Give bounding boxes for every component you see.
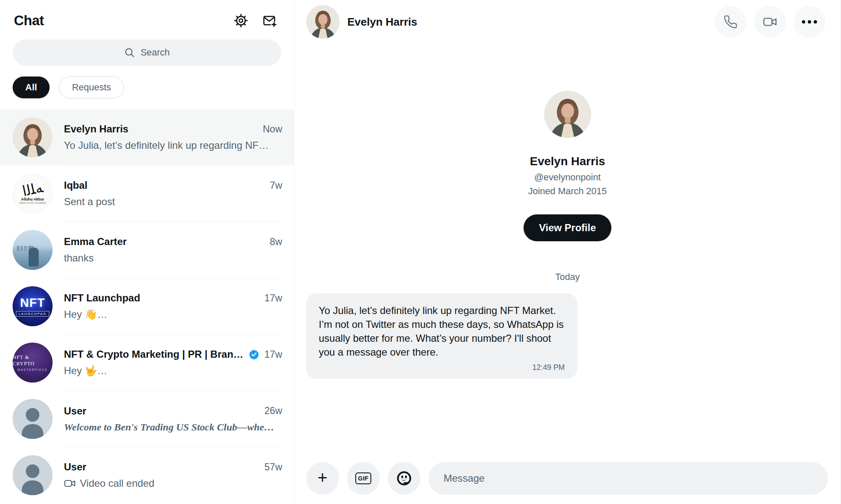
conversation-title[interactable]: Evelyn Harris xyxy=(347,16,417,29)
message-bubble: Yo Julia, let’s definitely link up regar… xyxy=(306,293,577,379)
conversation-row-evelyn-harris[interactable]: Evelyn Harris Now Yo Julia, let’s defini… xyxy=(0,109,294,165)
profile-joined: Joined March 2015 xyxy=(528,186,607,197)
conversation-preview: Sent a post xyxy=(64,196,282,208)
conversation-row-body: NFT Launchpad 17w Hey 👋… xyxy=(64,292,282,320)
plus-icon: + xyxy=(317,469,327,486)
verified-badge-icon xyxy=(249,349,259,360)
conversation-row-body: User 26w Welcome to Ben's Trading US Sto… xyxy=(64,405,282,433)
avatar-text: NFT xyxy=(20,296,45,310)
date-separator: Today xyxy=(294,272,841,282)
conversation-row-user-group[interactable]: User 26w Welcome to Ben's Trading US Sto… xyxy=(0,391,294,447)
avatar-subtext: MASTERPIECE xyxy=(17,368,48,371)
avatar xyxy=(13,230,53,270)
conversation-preview: Welcome to Ben's Trading US Stock Club—w… xyxy=(64,422,282,433)
conversation-preview: Video call ended xyxy=(64,478,282,489)
message-composer: + GIF xyxy=(294,462,841,504)
conversation-name: Evelyn Harris xyxy=(64,123,128,135)
conversation-preview: thanks xyxy=(64,252,282,264)
conversation-actions xyxy=(714,6,825,38)
message-text: Yo Julia, let’s definitely link up regar… xyxy=(319,303,565,359)
conversation-preview: Hey 🤟… xyxy=(64,365,282,377)
envelope-plus-icon xyxy=(262,13,277,28)
sidebar-header-icons xyxy=(233,13,277,28)
gear-icon xyxy=(234,13,248,28)
conversation-time: 17w xyxy=(264,349,282,360)
sidebar-header: Chat xyxy=(0,0,294,31)
message-timestamp: 12:49 PM xyxy=(319,363,565,372)
avatar[interactable] xyxy=(306,5,340,39)
phone-icon xyxy=(723,15,738,29)
avatar: NFT LAUNCHPAD xyxy=(13,286,53,326)
conversation-time: 17w xyxy=(264,293,282,304)
conversation-row-user-video[interactable]: User 57w Video call ended xyxy=(0,447,294,503)
conversation-row-nft-crypto-marketing[interactable]: NFT & CRYPTO MASTERPIECE NFT & Crypto Ma… xyxy=(0,335,294,391)
conversation-row-body: Iqbal 7w Sent a post xyxy=(64,179,282,208)
chat-sidebar: Chat xyxy=(0,0,294,504)
voice-call-button[interactable] xyxy=(714,6,746,38)
conversation-row-emma-carter[interactable]: Emma Carter 8w thanks xyxy=(0,222,294,278)
profile-handle: @evelynonpoint xyxy=(534,172,600,183)
more-options-button[interactable] xyxy=(793,6,825,38)
filter-all-label: All xyxy=(25,82,37,93)
settings-button[interactable] xyxy=(233,13,249,28)
avatar xyxy=(13,399,53,439)
conversation-time: 7w xyxy=(270,180,282,191)
video-camera-icon xyxy=(64,478,76,489)
conversation-name: Iqbal xyxy=(64,179,87,191)
avatar: NFT & CRYPTO MASTERPIECE xyxy=(13,343,53,383)
avatar: ﻪﻠﻟﺍ Allahu Akbar 'Allah is the Greatest… xyxy=(13,174,53,214)
gif-button[interactable]: GIF xyxy=(347,462,380,495)
conversation-time: 57w xyxy=(264,462,282,473)
filter-all[interactable]: All xyxy=(13,77,50,98)
conversation-name: Emma Carter xyxy=(64,236,127,248)
conversation-row-body: NFT & Crypto Marketing | PR | Bran… 17w … xyxy=(64,348,282,377)
conversation-list: Evelyn Harris Now Yo Julia, let’s defini… xyxy=(0,109,294,504)
smiley-icon xyxy=(396,470,412,486)
filter-requests-label: Requests xyxy=(72,82,111,93)
conversation-time: Now xyxy=(263,124,282,135)
avatar-figure xyxy=(29,248,39,267)
conversation-name: NFT & Crypto Marketing | PR | Bran… xyxy=(64,348,243,360)
avatar xyxy=(13,117,53,157)
new-message-button[interactable] xyxy=(262,13,277,28)
filter-requests[interactable]: Requests xyxy=(59,77,124,98)
profile-name: Evelyn Harris xyxy=(530,155,605,168)
conversation-row-nft-launchpad[interactable]: NFT LAUNCHPAD NFT Launchpad 17w Hey 👋… xyxy=(0,278,294,334)
calligraphy-art: ﻪﻠﻟﺍ xyxy=(21,181,44,198)
video-call-button[interactable] xyxy=(754,6,786,38)
profile-card: Evelyn Harris @evelynonpoint Joined Marc… xyxy=(294,91,841,241)
avatar-text: NFT & CRYPTO xyxy=(13,354,53,367)
message-input[interactable] xyxy=(428,462,828,495)
conversation-time: 26w xyxy=(264,405,282,417)
conversation-name: User xyxy=(64,405,86,417)
conversation-name: User xyxy=(64,461,86,473)
avatar xyxy=(544,91,591,138)
conversation-panel: Evelyn Harris Evelyn Harris @evelynonpoi… xyxy=(294,0,841,504)
conversation-name: NFT Launchpad xyxy=(64,292,140,304)
page-title: Chat xyxy=(14,13,44,29)
search-icon xyxy=(124,47,135,58)
filter-chips: All Requests xyxy=(13,77,281,98)
conversation-preview: Yo Julia, let’s definitely link up regar… xyxy=(64,140,282,151)
view-profile-button[interactable]: View Profile xyxy=(524,214,612,241)
conversation-row-body: Evelyn Harris Now Yo Julia, let’s defini… xyxy=(64,123,282,151)
emoji-button[interactable] xyxy=(388,462,420,495)
conversation-row-body: User 57w Video call ended xyxy=(64,461,282,489)
three-dots-icon xyxy=(802,20,817,24)
gif-icon: GIF xyxy=(355,472,372,484)
attach-media-button[interactable]: + xyxy=(306,462,339,495)
search-placeholder: Search xyxy=(140,47,170,58)
conversation-row-body: Emma Carter 8w thanks xyxy=(64,236,282,264)
conversation-time: 8w xyxy=(270,236,282,248)
avatar-subtext: LAUNCHPAD xyxy=(16,311,49,317)
conversation-header: Evelyn Harris xyxy=(294,0,841,44)
video-camera-icon xyxy=(763,15,777,29)
avatar xyxy=(13,455,53,495)
conversation-row-iqbal[interactable]: ﻪﻠﻟﺍ Allahu Akbar 'Allah is the Greatest… xyxy=(0,166,294,222)
conversation-preview: Hey 👋… xyxy=(64,309,282,320)
avatar-subcaption: 'Allah is the Greatest' xyxy=(19,201,47,204)
search-input[interactable]: Search xyxy=(13,40,281,66)
